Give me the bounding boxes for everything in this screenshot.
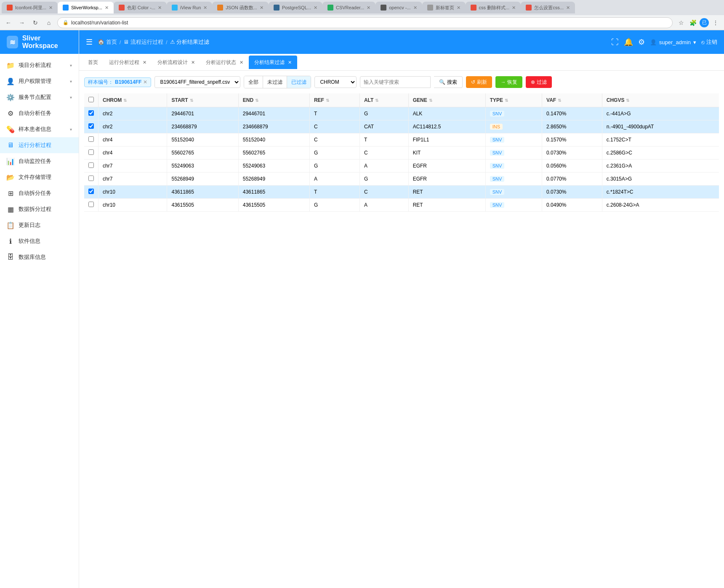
sidebar-item-split-data[interactable]: ▦数据拆分过程: [0, 201, 79, 217]
breadcrumb-run[interactable]: 🖥 流程运行过程: [123, 38, 163, 46]
col-header-end[interactable]: END⇅: [238, 93, 309, 107]
col-header-ref[interactable]: REF⇅: [309, 93, 359, 107]
sidebar-item-file[interactable]: 📂文件存储管理: [0, 169, 79, 185]
address-bar[interactable]: 🔒 localhost/run/variation-list: [57, 17, 673, 28]
sidebar-item-monitor[interactable]: 📊自动监控任务: [0, 153, 79, 169]
browser-tab-color[interactable]: 色彩 Color -...✕: [114, 2, 167, 13]
tab-close-icon[interactable]: ✕: [314, 5, 317, 11]
tab-close-button[interactable]: ✕: [191, 60, 195, 65]
tab-label: 分析运行状态: [206, 59, 236, 66]
user-info[interactable]: 👤 super_admin ▾: [650, 39, 696, 45]
tab-close-icon[interactable]: ✕: [413, 5, 417, 11]
sidebar-item-update-log[interactable]: 📋更新日志: [0, 217, 79, 233]
cell-end: 43611865: [238, 186, 309, 199]
col-header-type[interactable]: TYPE⇅: [485, 93, 542, 107]
tab-close-icon[interactable]: ✕: [49, 5, 53, 11]
refresh-button[interactable]: ↺ 刷新: [466, 76, 492, 88]
sidebar-item-split-auto[interactable]: ⊞自动拆分任务: [0, 185, 79, 201]
tab-close-icon[interactable]: ✕: [367, 5, 370, 11]
file-select[interactable]: B190614FF_filtered_snpeff.csv: [154, 76, 240, 88]
breadcrumb-home[interactable]: 🏠 首页: [98, 38, 117, 46]
bell-button[interactable]: 🔔: [624, 37, 633, 47]
browser-tab-csvreader[interactable]: CSVReader...✕: [322, 2, 375, 13]
search-input[interactable]: [360, 76, 431, 88]
btn-unfiltered[interactable]: 未过滤: [263, 76, 287, 88]
filter-button[interactable]: ⊗ 过滤: [526, 76, 552, 88]
btn-all[interactable]: 全部: [244, 76, 263, 88]
select-all-checkbox[interactable]: [88, 97, 94, 102]
fullscreen-button[interactable]: ⛶: [611, 38, 619, 47]
table-row[interactable]: chr45560276555602765GCKITSNV0.0730%c.258…: [84, 146, 719, 160]
sidebar-item-run[interactable]: 🖥运行分析过程: [0, 137, 79, 153]
row-checkbox[interactable]: [88, 123, 94, 129]
browser-tab-new-tab[interactable]: 新标签页✕: [422, 2, 466, 13]
col-header-gene[interactable]: GENE⇅: [408, 93, 485, 107]
tab-close-icon[interactable]: ✕: [512, 5, 516, 11]
row-checkbox[interactable]: [88, 110, 94, 116]
menu-button[interactable]: ⋮: [711, 18, 721, 28]
sidebar-item-user[interactable]: 👤用户权限管理▾: [0, 73, 79, 89]
table-row[interactable]: chr2234668879234668879CCATAC114812.5INS2…: [84, 120, 719, 133]
col-header-start[interactable]: START⇅: [167, 93, 238, 107]
row-checkbox[interactable]: [88, 202, 94, 207]
bookmark-button[interactable]: ☆: [676, 18, 686, 28]
app-tab-result-filter[interactable]: 分析结果过滤✕: [249, 56, 297, 69]
tab-close-button[interactable]: ✕: [143, 60, 146, 65]
browser-tab-sliver[interactable]: SliverWorksp...✕: [58, 2, 114, 13]
row-checkbox[interactable]: [88, 149, 94, 155]
table-row[interactable]: chr104361186543611865TCRETSNV0.0730%c.*1…: [84, 186, 719, 199]
browser-tab-postgresql[interactable]: PostgreSQL...✕: [269, 2, 322, 13]
reload-button[interactable]: ↻: [30, 18, 40, 28]
tab-close-icon[interactable]: ✕: [158, 5, 162, 11]
table-row[interactable]: chr22944670129446701TGALKSNV0.1470%c.-44…: [84, 107, 719, 120]
table-row[interactable]: chr45515204055152040CTFIP1L1SNV0.1570%c.…: [84, 133, 719, 146]
app-tab-home[interactable]: 首页: [83, 56, 104, 69]
browser-tab-opencv[interactable]: opencv -...✕: [375, 2, 422, 13]
tab-close-icon[interactable]: ✕: [105, 5, 109, 11]
restore-button[interactable]: → 恢复: [495, 76, 522, 88]
sidebar-item-project[interactable]: 📁项目分析流程▾: [0, 57, 79, 73]
chrom-select[interactable]: CHROM: [314, 76, 357, 88]
table-row[interactable]: chr75526894955268949AGEGFRSNV0.0770%c.30…: [84, 173, 719, 186]
sidebar-item-db[interactable]: 🗄数据库信息: [0, 249, 79, 265]
tab-close-icon[interactable]: ✕: [566, 5, 570, 11]
tab-close-button[interactable]: ✕: [240, 60, 243, 65]
table-row[interactable]: chr75524906355249063GAEGFRSNV0.0560%c.23…: [84, 160, 719, 173]
home-button[interactable]: ⌂: [44, 18, 54, 28]
browser-tab-css-del[interactable]: css 删除样式...✕: [466, 2, 521, 13]
app-tab-flow-status[interactable]: 分析运行状态✕: [200, 56, 249, 69]
sidebar-item-sample[interactable]: 💊样本患者信息▾: [0, 121, 79, 137]
col-header-alt[interactable]: ALT⇅: [359, 93, 408, 107]
settings-button[interactable]: ⚙: [638, 37, 645, 47]
app-tab-run-analysis[interactable]: 运行分析过程✕: [104, 56, 152, 69]
menu-toggle-button[interactable]: ☰: [86, 37, 93, 47]
col-header-chgvs[interactable]: CHGVS⇅: [602, 93, 719, 107]
sample-clear-icon[interactable]: ✕: [143, 79, 147, 85]
tab-close-icon[interactable]: ✕: [203, 5, 207, 11]
profile-button[interactable]: 已: [700, 18, 709, 27]
app-tab-flow-design[interactable]: 分析流程设计✕: [152, 56, 200, 69]
browser-tab-json[interactable]: JSON 函数数...✕: [212, 2, 269, 13]
logout-button[interactable]: ⎋ 注销: [701, 38, 717, 46]
sidebar-item-software[interactable]: ℹ软件信息: [0, 233, 79, 249]
tab-close-icon[interactable]: ✕: [457, 5, 460, 11]
btn-filtered[interactable]: 已过滤: [287, 76, 311, 88]
row-checkbox[interactable]: [88, 176, 94, 181]
table-row[interactable]: chr104361550543615505GARETSNV0.0490%c.26…: [84, 199, 719, 212]
forward-button[interactable]: →: [17, 18, 27, 28]
sidebar-item-service[interactable]: ⚙️服务节点配置▾: [0, 89, 79, 105]
extensions-button[interactable]: 🧩: [688, 18, 698, 28]
search-button[interactable]: 🔍 搜索: [434, 76, 463, 88]
browser-tab-iview[interactable]: iView Run✕: [167, 2, 212, 13]
browser-tab-iconfont[interactable]: Iconfont-阿里...✕: [2, 2, 58, 13]
row-checkbox[interactable]: [88, 189, 94, 194]
back-button[interactable]: ←: [3, 18, 13, 28]
col-header-chrom[interactable]: CHROM⇅: [98, 93, 167, 107]
col-header-vaf[interactable]: VAF⇅: [542, 93, 602, 107]
row-checkbox[interactable]: [88, 162, 94, 168]
sidebar-item-auto-analysis[interactable]: ⚙自动分析任务: [0, 105, 79, 121]
browser-tab-css-set[interactable]: 怎么设置css...✕: [521, 2, 575, 13]
tab-close-icon[interactable]: ✕: [260, 5, 264, 11]
row-checkbox[interactable]: [88, 136, 94, 142]
tab-close-button[interactable]: ✕: [288, 60, 292, 65]
